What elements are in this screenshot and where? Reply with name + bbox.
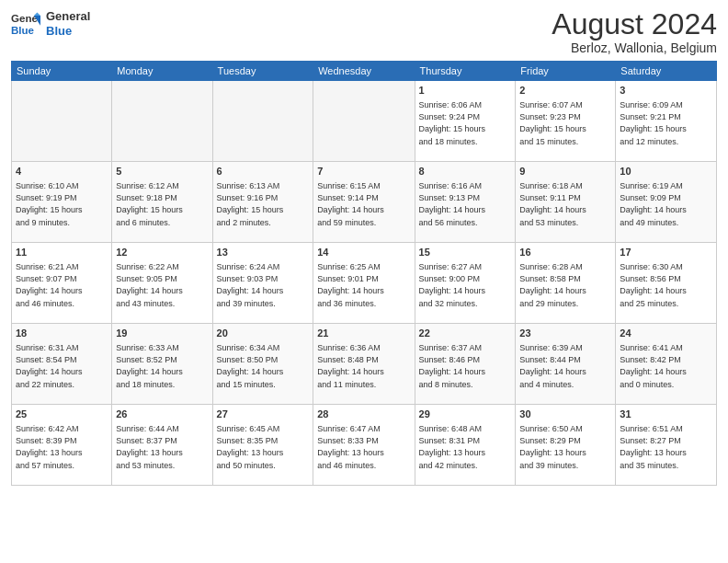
calendar-cell: 28Sunrise: 6:47 AM Sunset: 8:33 PM Dayli… xyxy=(313,405,415,486)
day-number: 3 xyxy=(620,84,712,98)
day-info: Sunrise: 6:28 AM Sunset: 8:58 PM Dayligh… xyxy=(519,261,611,309)
day-number: 2 xyxy=(519,84,611,98)
day-number: 18 xyxy=(16,327,108,340)
calendar-cell: 17Sunrise: 6:30 AM Sunset: 8:56 PM Dayli… xyxy=(616,243,717,324)
month-title: August 2024 xyxy=(552,9,717,39)
day-info: Sunrise: 6:37 AM Sunset: 8:46 PM Dayligh… xyxy=(419,342,512,390)
header-thursday: Thursday xyxy=(415,62,516,81)
calendar-cell: 13Sunrise: 6:24 AM Sunset: 9:03 PM Dayli… xyxy=(212,243,313,324)
day-info: Sunrise: 6:36 AM Sunset: 8:48 PM Dayligh… xyxy=(317,342,410,390)
day-number: 5 xyxy=(116,165,208,178)
day-number: 10 xyxy=(620,165,712,178)
day-number: 9 xyxy=(519,165,611,178)
calendar-cell: 25Sunrise: 6:42 AM Sunset: 8:39 PM Dayli… xyxy=(12,405,112,486)
calendar-week-row: 25Sunrise: 6:42 AM Sunset: 8:39 PM Dayli… xyxy=(12,405,717,486)
day-number: 1 xyxy=(419,84,512,98)
day-number: 22 xyxy=(419,327,512,340)
calendar-cell: 2Sunrise: 6:07 AM Sunset: 9:23 PM Daylig… xyxy=(516,81,616,162)
calendar-cell: 1Sunrise: 6:06 AM Sunset: 9:24 PM Daylig… xyxy=(415,81,516,162)
logo-blue: Blue xyxy=(46,24,90,39)
calendar-cell xyxy=(112,81,212,162)
day-info: Sunrise: 6:41 AM Sunset: 8:42 PM Dayligh… xyxy=(620,342,712,390)
day-number: 16 xyxy=(519,246,611,259)
day-info: Sunrise: 6:18 AM Sunset: 9:11 PM Dayligh… xyxy=(519,180,611,228)
day-info: Sunrise: 6:34 AM Sunset: 8:50 PM Dayligh… xyxy=(217,342,310,390)
day-number: 4 xyxy=(16,165,108,178)
calendar-cell: 31Sunrise: 6:51 AM Sunset: 8:27 PM Dayli… xyxy=(616,405,717,486)
weekday-header-row: Sunday Monday Tuesday Wednesday Thursday… xyxy=(12,62,717,81)
calendar-week-row: 4Sunrise: 6:10 AM Sunset: 9:19 PM Daylig… xyxy=(12,162,717,243)
calendar-cell: 15Sunrise: 6:27 AM Sunset: 9:00 PM Dayli… xyxy=(415,243,516,324)
calendar-cell: 10Sunrise: 6:19 AM Sunset: 9:09 PM Dayli… xyxy=(616,162,717,243)
location: Berloz, Wallonia, Belgium xyxy=(552,40,717,55)
header-tuesday: Tuesday xyxy=(212,62,313,81)
calendar-cell: 11Sunrise: 6:21 AM Sunset: 9:07 PM Dayli… xyxy=(12,243,112,324)
day-number: 27 xyxy=(217,408,310,421)
day-number: 8 xyxy=(419,165,512,178)
calendar-cell: 3Sunrise: 6:09 AM Sunset: 9:21 PM Daylig… xyxy=(616,81,717,162)
day-info: Sunrise: 6:50 AM Sunset: 8:29 PM Dayligh… xyxy=(519,423,611,471)
logo-general: General xyxy=(46,9,90,24)
day-number: 21 xyxy=(317,327,410,340)
day-number: 13 xyxy=(217,246,310,259)
calendar-table: Sunday Monday Tuesday Wednesday Thursday… xyxy=(11,61,717,486)
day-info: Sunrise: 6:51 AM Sunset: 8:27 PM Dayligh… xyxy=(620,423,712,471)
page-container: General Blue General Blue August 2024 Be… xyxy=(0,0,728,563)
day-info: Sunrise: 6:30 AM Sunset: 8:56 PM Dayligh… xyxy=(620,261,712,309)
calendar-cell: 9Sunrise: 6:18 AM Sunset: 9:11 PM Daylig… xyxy=(516,162,616,243)
day-info: Sunrise: 6:45 AM Sunset: 8:35 PM Dayligh… xyxy=(217,423,310,471)
calendar-cell: 24Sunrise: 6:41 AM Sunset: 8:42 PM Dayli… xyxy=(616,324,717,405)
day-number: 12 xyxy=(116,246,208,259)
day-info: Sunrise: 6:42 AM Sunset: 8:39 PM Dayligh… xyxy=(16,423,108,471)
header-sunday: Sunday xyxy=(12,62,112,81)
calendar-week-row: 11Sunrise: 6:21 AM Sunset: 9:07 PM Dayli… xyxy=(12,243,717,324)
header-monday: Monday xyxy=(112,62,212,81)
day-info: Sunrise: 6:16 AM Sunset: 9:13 PM Dayligh… xyxy=(419,180,512,228)
title-area: August 2024 Berloz, Wallonia, Belgium xyxy=(552,9,717,55)
day-info: Sunrise: 6:10 AM Sunset: 9:19 PM Dayligh… xyxy=(16,180,108,228)
day-number: 14 xyxy=(317,246,410,259)
header-wednesday: Wednesday xyxy=(313,62,415,81)
day-number: 11 xyxy=(16,246,108,259)
day-info: Sunrise: 6:27 AM Sunset: 9:00 PM Dayligh… xyxy=(419,261,512,309)
day-number: 31 xyxy=(620,408,712,421)
calendar-cell: 20Sunrise: 6:34 AM Sunset: 8:50 PM Dayli… xyxy=(212,324,313,405)
calendar-week-row: 18Sunrise: 6:31 AM Sunset: 8:54 PM Dayli… xyxy=(12,324,717,405)
header-friday: Friday xyxy=(516,62,616,81)
day-info: Sunrise: 6:31 AM Sunset: 8:54 PM Dayligh… xyxy=(16,342,108,390)
calendar-cell: 29Sunrise: 6:48 AM Sunset: 8:31 PM Dayli… xyxy=(415,405,516,486)
day-number: 19 xyxy=(116,327,208,340)
day-info: Sunrise: 6:48 AM Sunset: 8:31 PM Dayligh… xyxy=(419,423,512,471)
day-info: Sunrise: 6:13 AM Sunset: 9:16 PM Dayligh… xyxy=(217,180,310,228)
day-info: Sunrise: 6:12 AM Sunset: 9:18 PM Dayligh… xyxy=(116,180,208,228)
calendar-cell: 26Sunrise: 6:44 AM Sunset: 8:37 PM Dayli… xyxy=(112,405,212,486)
day-number: 24 xyxy=(620,327,712,340)
day-number: 30 xyxy=(519,408,611,421)
day-number: 17 xyxy=(620,246,712,259)
day-info: Sunrise: 6:24 AM Sunset: 9:03 PM Dayligh… xyxy=(217,261,310,309)
day-number: 23 xyxy=(519,327,611,340)
day-info: Sunrise: 6:25 AM Sunset: 9:01 PM Dayligh… xyxy=(317,261,410,309)
calendar-cell: 18Sunrise: 6:31 AM Sunset: 8:54 PM Dayli… xyxy=(12,324,112,405)
day-number: 7 xyxy=(317,165,410,178)
calendar-cell: 21Sunrise: 6:36 AM Sunset: 8:48 PM Dayli… xyxy=(313,324,415,405)
day-number: 26 xyxy=(116,408,208,421)
day-number: 15 xyxy=(419,246,512,259)
calendar-cell: 8Sunrise: 6:16 AM Sunset: 9:13 PM Daylig… xyxy=(415,162,516,243)
day-info: Sunrise: 6:33 AM Sunset: 8:52 PM Dayligh… xyxy=(116,342,208,390)
day-info: Sunrise: 6:15 AM Sunset: 9:14 PM Dayligh… xyxy=(317,180,410,228)
calendar-cell xyxy=(313,81,415,162)
day-number: 20 xyxy=(217,327,310,340)
calendar-cell: 5Sunrise: 6:12 AM Sunset: 9:18 PM Daylig… xyxy=(112,162,212,243)
day-info: Sunrise: 6:07 AM Sunset: 9:23 PM Dayligh… xyxy=(519,99,611,147)
day-number: 28 xyxy=(317,408,410,421)
calendar-cell: 23Sunrise: 6:39 AM Sunset: 8:44 PM Dayli… xyxy=(516,324,616,405)
day-info: Sunrise: 6:21 AM Sunset: 9:07 PM Dayligh… xyxy=(16,261,108,309)
calendar-cell xyxy=(12,81,112,162)
day-info: Sunrise: 6:06 AM Sunset: 9:24 PM Dayligh… xyxy=(419,99,512,147)
day-info: Sunrise: 6:09 AM Sunset: 9:21 PM Dayligh… xyxy=(620,99,712,147)
calendar-cell: 12Sunrise: 6:22 AM Sunset: 9:05 PM Dayli… xyxy=(112,243,212,324)
calendar-cell: 19Sunrise: 6:33 AM Sunset: 8:52 PM Dayli… xyxy=(112,324,212,405)
header-saturday: Saturday xyxy=(616,62,717,81)
calendar-cell: 14Sunrise: 6:25 AM Sunset: 9:01 PM Dayli… xyxy=(313,243,415,324)
